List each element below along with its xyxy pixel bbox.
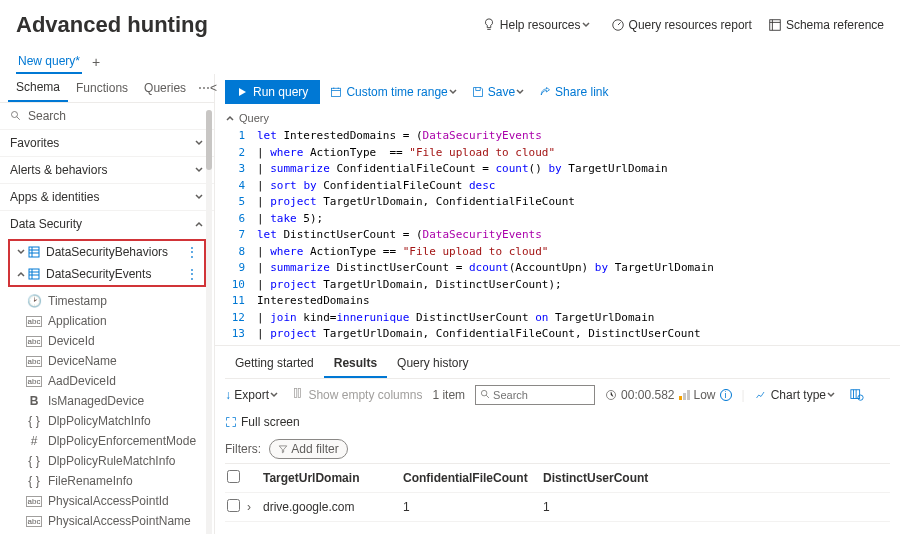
col-header[interactable]: ConfidentialFileCount [403, 471, 543, 485]
category-data-security[interactable]: Data Security [0, 210, 214, 237]
field-physicalaccesspointid[interactable]: abcPhysicalAccessPointId [20, 491, 214, 511]
field-dlppolicymatchinfo[interactable]: { }DlpPolicyMatchInfo [20, 411, 214, 431]
field-physicalaccesspointname[interactable]: abcPhysicalAccessPointName [20, 511, 214, 531]
col-header[interactable]: TargetUrlDomain [263, 471, 403, 485]
add-filter-button[interactable]: Add filter [269, 439, 348, 459]
scrollbar-thumb[interactable] [206, 110, 212, 170]
chevron-down-icon [194, 192, 204, 202]
svg-rect-6 [295, 389, 297, 398]
show-empty-columns-button[interactable]: Show empty columns [293, 387, 422, 402]
chevron-up-icon [225, 113, 235, 123]
chevron-down-icon [581, 20, 591, 30]
chevron-up-icon [194, 219, 204, 229]
category-apps[interactable]: Apps & identities [0, 183, 214, 210]
schema-reference-link[interactable]: Schema reference [768, 18, 884, 32]
table-more-button[interactable]: ⋮ [186, 267, 198, 281]
table-icon [28, 268, 40, 280]
chart-type-button[interactable]: Chart type [755, 388, 840, 402]
columns-icon [293, 387, 305, 399]
tab-new-query[interactable]: New query* [16, 50, 82, 74]
query-resources-report-link[interactable]: Query resources report [611, 18, 752, 32]
save-button[interactable]: Save [472, 85, 529, 99]
share-link-button[interactable]: Share link [539, 85, 608, 99]
schema-search[interactable]: Search [0, 103, 214, 129]
row-checkbox[interactable] [227, 499, 240, 512]
search-icon [480, 389, 491, 400]
query-collapse-header[interactable]: Query [215, 110, 900, 126]
chevron-down-icon [16, 247, 26, 257]
query-editor[interactable]: 1let InterestedDomains = (DataSecurityEv… [215, 126, 900, 345]
svg-point-8 [481, 390, 487, 396]
add-tab-button[interactable]: + [92, 54, 100, 70]
collapse-sidebar-button[interactable]: < [210, 81, 217, 95]
table-datasecuritybehaviors[interactable]: DataSecurityBehaviors ⋮ [10, 241, 204, 263]
filter-icon [278, 444, 288, 454]
field-devicename[interactable]: abcDeviceName [20, 351, 214, 371]
sidetab-functions[interactable]: Functions [68, 75, 136, 101]
svg-rect-3 [29, 247, 39, 257]
schema-fields: 🕑TimestampabcApplicationabcDeviceIdabcDe… [0, 291, 214, 531]
field-aaddeviceid[interactable]: abcAadDeviceId [20, 371, 214, 391]
field-filerenameinfo[interactable]: { }FileRenameInfo [20, 471, 214, 491]
help-resources-link[interactable]: Help resources [482, 18, 595, 32]
svg-rect-4 [29, 269, 39, 279]
info-icon[interactable]: i [720, 389, 732, 401]
tab-getting-started[interactable]: Getting started [225, 350, 324, 378]
table-row[interactable]: › drive.google.com 1 1 [225, 493, 890, 522]
type-icon: { } [26, 474, 42, 488]
svg-point-2 [12, 112, 18, 118]
item-count-label: 1 item [432, 388, 465, 402]
run-query-button[interactable]: Run query [225, 80, 320, 104]
sidetab-queries[interactable]: Queries [136, 75, 194, 101]
svg-point-11 [858, 395, 863, 400]
field-deviceid[interactable]: abcDeviceId [20, 331, 214, 351]
select-all-checkbox[interactable] [227, 470, 240, 483]
columns-options-button[interactable] [850, 388, 868, 402]
chevron-down-icon [194, 138, 204, 148]
save-icon [472, 86, 484, 98]
sidetab-more-button[interactable]: ⋯ [198, 81, 210, 95]
gauge-icon [611, 18, 625, 32]
table-more-button[interactable]: ⋮ [186, 245, 198, 259]
category-favorites[interactable]: Favorites [0, 129, 214, 156]
full-screen-button[interactable]: Full screen [225, 415, 300, 429]
field-dlppolicyenforcementmode[interactable]: #DlpPolicyEnforcementMode [20, 431, 214, 451]
page-title: Advanced hunting [16, 12, 208, 38]
columns-gear-icon [850, 388, 864, 402]
chevron-down-icon [194, 165, 204, 175]
tab-results[interactable]: Results [324, 350, 387, 378]
type-icon: # [26, 434, 42, 448]
search-icon [10, 110, 22, 122]
field-timestamp[interactable]: 🕑Timestamp [20, 291, 214, 311]
svg-rect-1 [770, 20, 781, 31]
chevron-down-icon [515, 87, 525, 97]
expand-row-button[interactable]: › [247, 500, 263, 514]
type-icon: B [26, 394, 42, 408]
type-icon: abc [26, 516, 42, 527]
type-icon: abc [26, 496, 42, 507]
svg-rect-5 [332, 88, 341, 96]
type-icon: abc [26, 316, 42, 327]
field-ismanageddevice[interactable]: BIsManagedDevice [20, 391, 214, 411]
table-datasecurityevents[interactable]: DataSecurityEvents ⋮ [10, 263, 204, 285]
category-alerts[interactable]: Alerts & behaviors [0, 156, 214, 183]
table-icon [28, 246, 40, 258]
type-icon: abc [26, 356, 42, 367]
results-search-input[interactable] [475, 385, 595, 405]
scrollbar-track [206, 110, 212, 534]
chevron-down-icon [269, 390, 279, 400]
fullscreen-icon [225, 416, 237, 428]
chevron-down-icon [826, 390, 836, 400]
time-range-button[interactable]: Custom time range [330, 85, 461, 99]
share-icon [539, 86, 551, 98]
field-dlppolicyrulematchinfo[interactable]: { }DlpPolicyRuleMatchInfo [20, 451, 214, 471]
export-button[interactable]: ↓ Export [225, 388, 283, 402]
lightbulb-icon [482, 18, 496, 32]
col-header[interactable]: DistinctUserCount [543, 471, 683, 485]
book-icon [768, 18, 782, 32]
field-application[interactable]: abcApplication [20, 311, 214, 331]
sidetab-schema[interactable]: Schema [8, 74, 68, 102]
tab-query-history[interactable]: Query history [387, 350, 478, 378]
schema-sidebar: Schema Functions Queries ⋯ < Search Favo… [0, 74, 215, 534]
chart-icon [755, 389, 767, 401]
